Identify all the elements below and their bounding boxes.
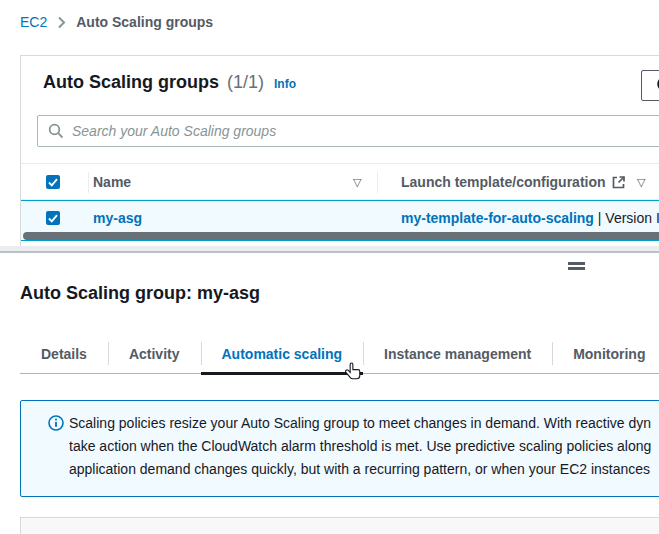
asg-name-link[interactable]: my-asg xyxy=(93,210,142,226)
refresh-button[interactable] xyxy=(641,70,659,101)
launch-template-version: | Version I xyxy=(598,210,659,226)
column-header-launch-template[interactable]: Launch template/configuration xyxy=(401,174,606,190)
alert-line: Scaling policies resize your Auto Scalin… xyxy=(69,412,651,435)
alert-text: Scaling policies resize your Auto Scalin… xyxy=(69,412,651,481)
detail-panel-title: Auto Scaling group: my-asg xyxy=(20,283,260,304)
table-header: Name ▽ Launch template/configuration ▽ xyxy=(21,163,659,200)
check-icon xyxy=(48,214,58,223)
sort-icon-launch-template[interactable]: ▽ xyxy=(637,175,645,189)
panel-count: (1/1) xyxy=(227,72,264,93)
launch-template-cell: my-template-for-auto-scaling | Version I xyxy=(401,210,659,226)
split-panel-divider xyxy=(0,246,659,253)
column-divider xyxy=(377,172,378,193)
chevron-right-icon xyxy=(57,16,66,29)
search-box xyxy=(37,115,659,147)
info-icon xyxy=(48,415,64,435)
row-checkbox[interactable] xyxy=(46,211,60,225)
tab-instance-management[interactable]: Instance management xyxy=(363,334,552,373)
table-row[interactable]: my-asg my-template-for-auto-scaling | Ve… xyxy=(21,200,659,241)
breadcrumb: EC2 Auto Scaling groups xyxy=(20,14,213,30)
alert-line: take action when the CloudWatch alarm th… xyxy=(69,435,651,458)
breadcrumb-link-ec2[interactable]: EC2 xyxy=(20,14,47,30)
tab-details[interactable]: Details xyxy=(20,334,108,373)
panel-title: Auto Scaling groups xyxy=(43,72,219,93)
split-panel-drag-handle[interactable] xyxy=(568,262,585,272)
search-input[interactable] xyxy=(72,116,659,146)
alert-line: application demand changes quickly, but … xyxy=(69,458,651,481)
tab-activity[interactable]: Activity xyxy=(108,334,201,373)
info-alert: Scaling policies resize your Auto Scalin… xyxy=(20,400,659,497)
column-divider xyxy=(88,172,89,193)
horizontal-scrollbar[interactable] xyxy=(23,232,659,240)
info-link[interactable]: Info xyxy=(274,77,296,91)
search-icon xyxy=(48,123,64,139)
select-all-checkbox[interactable] xyxy=(46,175,60,189)
scaling-policies-card-header xyxy=(20,517,659,534)
external-link-icon[interactable] xyxy=(611,175,626,194)
drag-handle-bar xyxy=(568,262,585,265)
check-icon xyxy=(48,178,58,187)
drag-handle-bar xyxy=(568,267,585,270)
launch-template-link[interactable]: my-template-for-auto-scaling xyxy=(401,210,594,226)
asg-list-panel: Auto Scaling groups (1/1) Info Name ▽ La… xyxy=(20,55,659,248)
breadcrumb-current: Auto Scaling groups xyxy=(76,14,213,30)
tab-automatic-scaling[interactable]: Automatic scaling xyxy=(201,334,364,373)
tab-bar: Details Activity Automatic scaling Insta… xyxy=(20,334,659,374)
sort-icon-name[interactable]: ▽ xyxy=(353,175,361,189)
tab-monitoring[interactable]: Monitoring xyxy=(552,334,659,373)
column-header-name[interactable]: Name xyxy=(93,174,131,190)
